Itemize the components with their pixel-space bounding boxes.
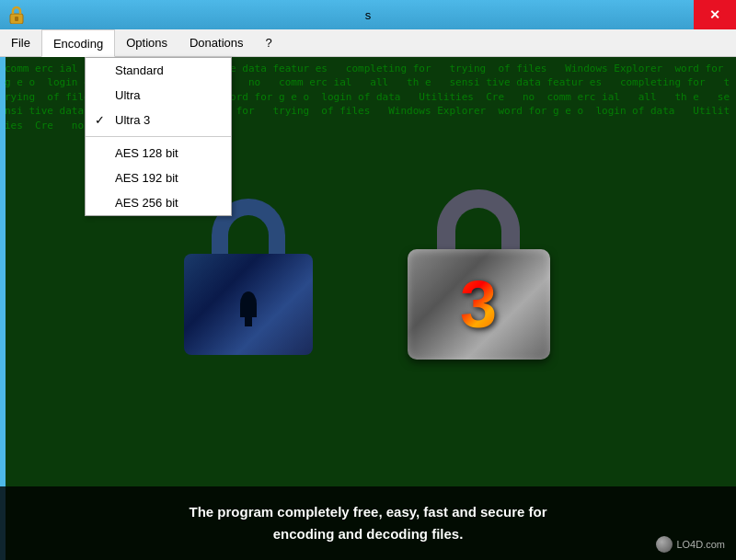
app-icon — [7, 6, 26, 24]
encoding-standard[interactable]: Standard — [86, 58, 231, 83]
watermark: LO4D.com — [656, 536, 725, 553]
left-padlock-keyhole — [240, 291, 257, 317]
encoding-dropdown: Standard Ultra Ultra 3 AES 128 bit AES 1… — [85, 57, 232, 216]
padlock-number: 3 — [460, 271, 497, 337]
menu-help[interactable]: ? — [255, 29, 283, 56]
menu-file[interactable]: File — [0, 29, 41, 56]
window-title: s — [365, 8, 372, 22]
right-padlock-shackle — [437, 189, 520, 258]
menu-bar: File Encoding Options Donations ? Standa… — [0, 29, 736, 57]
menu-separator — [86, 136, 231, 137]
encoding-aes192[interactable]: AES 192 bit — [86, 166, 231, 190]
padlock-right: 3 — [396, 180, 561, 383]
caption-line1: The program completely free, easy, fast … — [189, 504, 546, 520]
watermark-icon — [656, 536, 673, 553]
menu-options[interactable]: Options — [115, 29, 178, 56]
encoding-aes256[interactable]: AES 256 bit — [86, 190, 231, 215]
padlock-left — [175, 189, 322, 373]
left-padlock-body — [184, 254, 313, 355]
menu-donations[interactable]: Donations — [178, 29, 255, 56]
menu-encoding[interactable]: Encoding — [41, 29, 115, 57]
svg-rect-1 — [15, 17, 18, 21]
caption-bar: The program completely free, easy, fast … — [0, 486, 736, 560]
close-button[interactable]: ✕ — [694, 0, 736, 29]
watermark-text: LO4D.com — [676, 539, 725, 550]
right-padlock-body: 3 — [408, 249, 550, 360]
encoding-ultra[interactable]: Ultra — [86, 83, 231, 108]
encoding-ultra3[interactable]: Ultra 3 — [86, 108, 231, 132]
caption-line2: encoding and decoding files. — [273, 526, 464, 542]
encoding-aes128[interactable]: AES 128 bit — [86, 141, 231, 166]
title-bar: s ✕ — [0, 0, 736, 29]
caption-text: The program completely free, easy, fast … — [189, 501, 546, 545]
